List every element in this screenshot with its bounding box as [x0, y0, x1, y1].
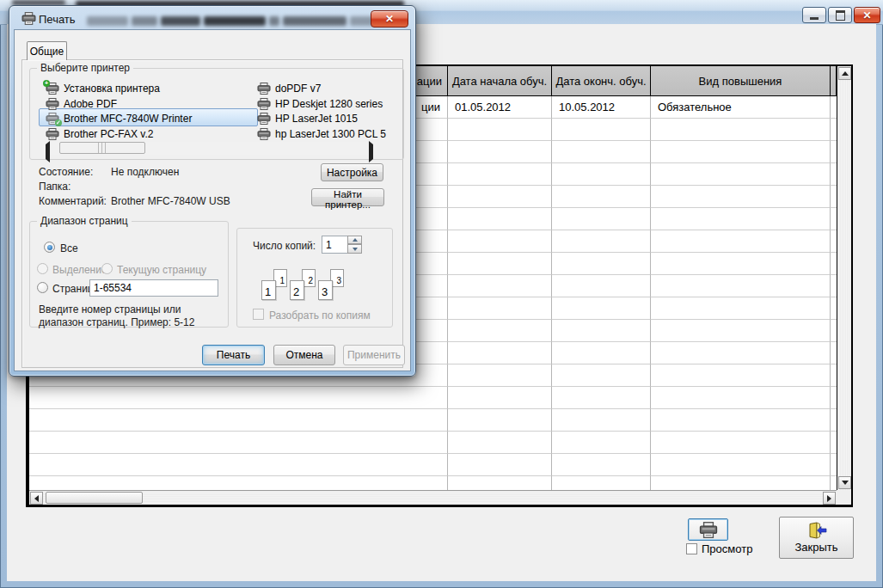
- table-row[interactable]: [29, 387, 837, 409]
- table-cell: [651, 476, 831, 490]
- radio-all-label: Все: [60, 242, 78, 254]
- horizontal-scrollbar-thumb[interactable]: [46, 492, 143, 504]
- table-cell: [552, 454, 651, 476]
- horizontal-scrollbar[interactable]: [29, 490, 837, 505]
- collate-label: Разобрать по копиям: [269, 309, 371, 322]
- printer-item[interactable]: hp LaserJet 1300 PCL 5: [257, 126, 386, 142]
- table-cell: [29, 387, 448, 409]
- maximize-button[interactable]: [828, 7, 852, 23]
- print-dialog: Печать ✕ Общие Выберите принтер + Устано…: [9, 5, 416, 377]
- table-cell: [651, 186, 831, 208]
- table-cell: [831, 364, 837, 387]
- table-row[interactable]: [29, 476, 837, 490]
- table-row[interactable]: [29, 432, 837, 454]
- scroll-right-button[interactable]: [823, 492, 836, 505]
- table-cell: [552, 186, 651, 208]
- print-button[interactable]: Печать: [202, 345, 265, 365]
- printer-item[interactable]: doPDF v7: [257, 81, 321, 96]
- printer-item-add[interactable]: + Установка принтера: [46, 81, 160, 96]
- cancel-button[interactable]: Отмена: [273, 345, 335, 365]
- preview-checkbox[interactable]: [686, 543, 697, 554]
- redacted-text: [87, 16, 128, 26]
- dialog-close-button[interactable]: ✕: [371, 10, 408, 28]
- table-cell: [651, 230, 831, 253]
- printer-icon: [46, 128, 59, 140]
- printer-item-label: doPDF v7: [275, 83, 321, 95]
- table-cell: [448, 186, 552, 208]
- stepper-down-button[interactable]: [347, 244, 362, 254]
- scroll-up-button[interactable]: [838, 67, 851, 80]
- column-header[interactable]: Дата оконч. обуч.: [552, 66, 651, 96]
- column-header-filler: [831, 66, 837, 96]
- table-cell: [29, 409, 448, 432]
- table-cell: [651, 432, 831, 454]
- radio-pages[interactable]: [37, 282, 48, 293]
- tab-general[interactable]: Общие: [27, 41, 67, 60]
- table-cell: [448, 454, 552, 476]
- table-cell: [448, 476, 552, 490]
- table-cell: [448, 119, 552, 141]
- arrow-right-icon[interactable]: [369, 144, 373, 160]
- status-value: Не подключен: [111, 166, 179, 178]
- printer-item-label: Установка принтера: [64, 83, 160, 95]
- table-cell: [651, 253, 831, 275]
- printer-item[interactable]: Brother PC-FAX v.2: [46, 126, 153, 142]
- print-preview-button[interactable]: [688, 518, 728, 541]
- collate-checkbox[interactable]: [253, 309, 264, 320]
- redacted-text: [132, 16, 157, 26]
- vertical-scrollbar[interactable]: [837, 66, 851, 490]
- table-cell: [831, 230, 837, 253]
- arrow-left-icon[interactable]: [46, 144, 50, 160]
- radio-current-page[interactable]: [101, 263, 113, 274]
- minimize-button[interactable]: [802, 7, 826, 23]
- scroll-left-button[interactable]: [30, 492, 43, 505]
- printer-icon: [257, 128, 271, 140]
- minimize-icon: [810, 17, 819, 20]
- table-row[interactable]: [29, 454, 837, 476]
- apply-button[interactable]: Применить: [343, 345, 405, 365]
- column-header[interactable]: Вид повышения: [651, 66, 831, 96]
- table-cell: [448, 141, 552, 163]
- close-icon: ✕: [385, 13, 394, 25]
- arrow-down-icon: [353, 248, 358, 251]
- close-form-button[interactable]: Закрыть: [779, 517, 854, 559]
- table-cell: [552, 253, 651, 275]
- table-cell: [831, 409, 837, 432]
- printer-item[interactable]: HP Deskjet 1280 series: [257, 96, 383, 112]
- table-cell: [831, 163, 837, 186]
- find-printer-button[interactable]: Найти принтер...: [311, 188, 384, 206]
- table-cell: [651, 454, 831, 476]
- table-cell: [831, 275, 837, 297]
- table-cell: [831, 96, 837, 119]
- scroll-down-button[interactable]: [838, 476, 851, 489]
- table-cell: [448, 387, 552, 409]
- settings-button[interactable]: Настройка: [321, 163, 383, 181]
- printer-item[interactable]: Adobe PDF: [46, 96, 117, 112]
- printer-item-label: Brother MFC-7840W Printer: [64, 113, 192, 125]
- printer-item-label: hp LaserJet 1300 PCL 5: [275, 128, 386, 140]
- table-cell: [651, 364, 831, 387]
- table-cell: [29, 454, 448, 476]
- table-row[interactable]: [29, 409, 837, 432]
- table-cell: [552, 119, 651, 141]
- printer-item-selected[interactable]: ✓ Brother MFC-7840W Printer: [46, 111, 192, 126]
- radio-all-pages[interactable]: [44, 242, 55, 253]
- table-cell: [831, 208, 837, 230]
- table-cell: [552, 387, 651, 409]
- printer-icon: [257, 113, 271, 125]
- printer-list-scrollbar-thumb[interactable]: [59, 142, 145, 154]
- radio-selection[interactable]: [37, 263, 48, 274]
- stepper-up-button[interactable]: [347, 236, 362, 244]
- printer-list-scrollbar[interactable]: [42, 142, 377, 155]
- close-button[interactable]: ✕: [854, 7, 880, 23]
- pages-range-input[interactable]: [89, 279, 218, 297]
- copies-input[interactable]: [322, 236, 348, 254]
- table-cell: [552, 297, 651, 320]
- column-header[interactable]: Дата начала обуч.: [448, 66, 552, 96]
- copies-stepper[interactable]: [347, 236, 362, 254]
- redacted-text: [204, 16, 266, 26]
- collate-pages-icon: 2 2: [290, 269, 316, 300]
- printer-item-label: HP Deskjet 1280 series: [275, 98, 383, 110]
- printer-item[interactable]: HP LaserJet 1015: [257, 111, 358, 126]
- table-cell: [651, 141, 831, 163]
